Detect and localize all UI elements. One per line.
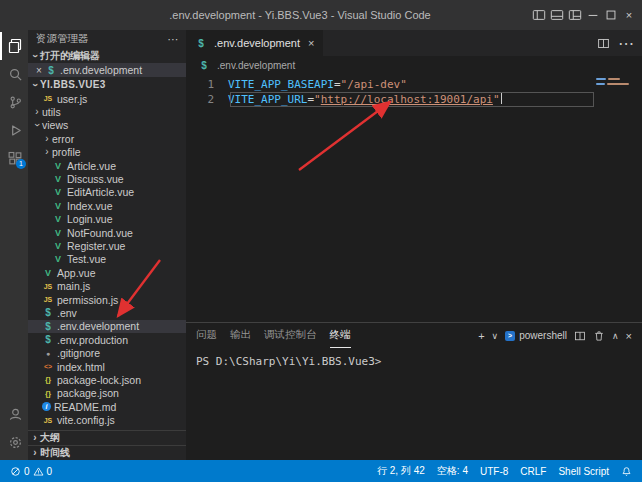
workspace-header[interactable]: › YI.BBS.VUE3 xyxy=(28,77,186,92)
search-icon[interactable] xyxy=(0,60,28,88)
account-icon[interactable] xyxy=(0,400,28,428)
outline-section[interactable]: › 大纲 xyxy=(28,430,186,445)
html-icon: <> xyxy=(42,363,54,370)
file-item[interactable]: VNotFound.vue xyxy=(28,226,186,239)
split-terminal-icon[interactable] xyxy=(574,330,586,342)
more-actions-icon[interactable]: ⋯ xyxy=(618,34,634,53)
file-item[interactable]: iREADME.md xyxy=(28,400,186,413)
env-icon: $ xyxy=(42,334,54,345)
run-debug-icon[interactable] xyxy=(0,116,28,144)
chevron-expanded-icon: › xyxy=(30,51,40,61)
file-item[interactable]: VApp.vue xyxy=(28,266,186,279)
title-bar: .env.development - Yi.BBS.Vue3 - Visual … xyxy=(0,0,642,30)
panel-tab[interactable]: 输出 xyxy=(230,323,251,348)
terminal-prompt: PS D:\CSharp\Yi\Yi.BBS.Vue3> xyxy=(196,355,381,368)
trash-icon[interactable] xyxy=(593,330,605,342)
env-icon: $ xyxy=(45,65,57,76)
customize-layout-icon[interactable] xyxy=(566,4,584,26)
minimap[interactable] xyxy=(596,78,640,88)
minimize-button[interactable] xyxy=(584,4,602,26)
file-item[interactable]: VDiscuss.vue xyxy=(28,172,186,185)
file-item[interactable]: VArticle.vue xyxy=(28,159,186,172)
panel-tab[interactable]: 调试控制台 xyxy=(264,323,317,348)
split-editor-icon[interactable] xyxy=(597,37,610,50)
file-label: user.js xyxy=(57,93,87,105)
panel-header: 问题输出调试控制台终端 + ∨ > powershell ∧ × xyxy=(186,323,642,348)
timeline-section[interactable]: › 时间线 xyxy=(28,445,186,460)
editor-group: $ .env.development × ⋯ $ .env.developmen… xyxy=(186,30,642,460)
tab-bar: $ .env.development × ⋯ xyxy=(186,30,642,56)
json-icon: {} xyxy=(42,389,54,398)
env-icon: $ xyxy=(42,321,54,332)
file-tree: JSuser.js›utils›views›error›profileVArti… xyxy=(28,92,186,427)
open-editor-item[interactable]: × $ .env.development xyxy=(28,63,186,77)
file-item[interactable]: ●.gitignore xyxy=(28,346,186,359)
folder-item[interactable]: ›utils xyxy=(28,105,186,118)
tab-env-development[interactable]: $ .env.development × xyxy=(186,30,323,56)
chevron-collapsed-icon: › xyxy=(42,147,52,157)
explorer-icon[interactable] xyxy=(0,32,28,60)
file-label: Discuss.vue xyxy=(67,173,124,185)
file-item[interactable]: VRegister.vue xyxy=(28,239,186,252)
file-item[interactable]: $.env.production xyxy=(28,333,186,346)
file-item[interactable]: JSvite.config.js xyxy=(28,413,186,426)
indentation[interactable]: 空格: 4 xyxy=(437,464,468,478)
file-item[interactable]: $.env xyxy=(28,306,186,319)
code-editor[interactable]: 1VITE_APP_BASEAPI="/api-dev"2VITE_APP_UR… xyxy=(186,74,642,322)
file-label: NotFound.vue xyxy=(67,227,133,239)
terminal-output[interactable]: PS D:\CSharp\Yi\Yi.BBS.Vue3> xyxy=(186,348,642,460)
close-icon[interactable]: × xyxy=(33,65,45,76)
panel-tab[interactable]: 问题 xyxy=(196,323,217,348)
folder-item[interactable]: ›views xyxy=(28,119,186,132)
toggle-sidebar-icon[interactable] xyxy=(530,4,548,26)
maximize-panel-icon[interactable]: ∧ xyxy=(612,331,619,341)
open-editors-header[interactable]: › 打开的编辑器 xyxy=(28,48,186,63)
chevron-expanded-icon: › xyxy=(30,80,40,90)
file-item[interactable]: VLogin.vue xyxy=(28,213,186,226)
file-item[interactable]: JSmain.js xyxy=(28,279,186,292)
close-icon[interactable]: × xyxy=(308,37,314,49)
file-item[interactable]: VTest.vue xyxy=(28,253,186,266)
file-item[interactable]: JSpermission.js xyxy=(28,293,186,306)
toggle-panel-icon[interactable] xyxy=(548,4,566,26)
warning-count: 0 xyxy=(47,466,53,477)
cursor-position[interactable]: 行 2, 列 42 xyxy=(377,464,425,478)
extensions-icon[interactable]: 1 xyxy=(0,144,28,172)
file-item[interactable]: {}package.json xyxy=(28,387,186,400)
vue-icon: V xyxy=(52,174,64,184)
file-item[interactable]: VEditArticle.vue xyxy=(28,186,186,199)
chevron-down-icon[interactable]: ∨ xyxy=(492,331,499,341)
file-item[interactable]: JSuser.js xyxy=(28,92,186,105)
close-panel-icon[interactable]: × xyxy=(626,330,632,342)
panel-tab[interactable]: 终端 xyxy=(330,323,351,348)
folder-item[interactable]: ›profile xyxy=(28,146,186,159)
vscode-window: .env.development - Yi.BBS.Vue3 - Visual … xyxy=(0,0,642,482)
maximize-button[interactable] xyxy=(602,4,620,26)
file-item[interactable]: <>index.html xyxy=(28,360,186,373)
encoding[interactable]: UTF-8 xyxy=(480,466,508,477)
close-button[interactable]: × xyxy=(620,4,638,26)
code-line[interactable]: 2VITE_APP_URL="http://localhost:19001/ap… xyxy=(186,92,642,107)
new-terminal-icon[interactable]: + xyxy=(478,330,484,342)
extensions-badge: 1 xyxy=(16,159,26,169)
language-mode[interactable]: Shell Script xyxy=(558,466,609,477)
chevron-collapsed-icon: › xyxy=(42,134,52,144)
file-item[interactable]: $.env.development xyxy=(28,320,186,333)
terminal-shell-item[interactable]: > powershell xyxy=(505,330,567,341)
code-token: VITE_APP_BASEAPI xyxy=(228,78,334,91)
problems-status[interactable]: 0 0 xyxy=(10,466,52,477)
breadcrumb[interactable]: $ .env.development xyxy=(186,56,642,74)
folder-item[interactable]: ›error xyxy=(28,132,186,145)
file-item[interactable]: {}package-lock.json xyxy=(28,373,186,386)
code-line[interactable]: 1VITE_APP_BASEAPI="/api-dev" xyxy=(186,77,642,92)
vue-icon: V xyxy=(52,228,64,238)
file-item[interactable]: VIndex.vue xyxy=(28,199,186,212)
settings-gear-icon[interactable] xyxy=(0,428,28,456)
source-control-icon[interactable] xyxy=(0,88,28,116)
notifications-bell-icon[interactable] xyxy=(621,466,632,477)
vue-icon: V xyxy=(52,254,64,264)
eol-sequence[interactable]: CRLF xyxy=(520,466,546,477)
file-label: profile xyxy=(52,146,81,158)
js-icon: JS xyxy=(42,283,54,290)
more-actions-icon[interactable]: ⋯ xyxy=(168,33,179,45)
